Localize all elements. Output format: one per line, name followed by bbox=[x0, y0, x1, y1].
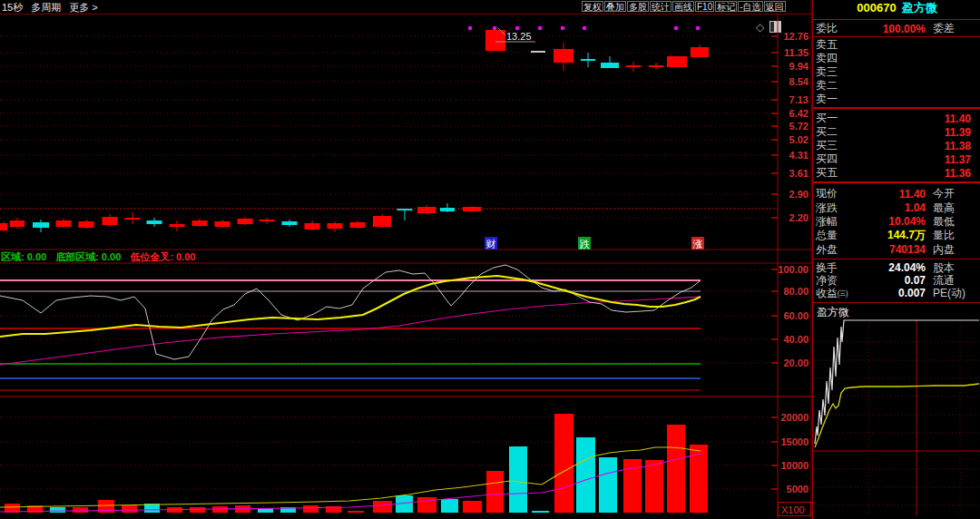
ask-list: 卖五卖四卖三卖二卖一 bbox=[813, 38, 980, 106]
ask-row-label: 卖一 bbox=[816, 92, 868, 107]
info-row: 外盘740134内盘 bbox=[813, 243, 980, 257]
svg-text:9.94: 9.94 bbox=[789, 61, 809, 72]
quote-info-block: 现价11.40今开涨跌1.04最高涨幅10.04%最低总量144.7万量比外盘7… bbox=[813, 187, 980, 257]
svg-text:5.02: 5.02 bbox=[789, 134, 808, 145]
bid-row[interactable]: 买二11.39 bbox=[813, 125, 980, 139]
info-row-label2: PE(动) bbox=[933, 286, 978, 301]
bid-row-value: 11.38 bbox=[868, 140, 978, 152]
weibi-row: 委比 100.00% 委差 bbox=[813, 22, 980, 35]
indicator-value-1: 底部区域: 0.00 bbox=[55, 251, 121, 262]
svg-text:15000: 15000 bbox=[780, 436, 808, 447]
info-row-value: 24.04% bbox=[868, 261, 933, 274]
indicator-header: 区域: 0.00底部区域: 0.00低位金叉: 0.00 bbox=[1, 250, 204, 264]
info-row: 总量144.7万量比 bbox=[813, 229, 980, 242]
ask-row[interactable]: 卖三 bbox=[813, 65, 980, 79]
bid-row-value: 11.39 bbox=[868, 126, 978, 139]
ask-row[interactable]: 卖五 bbox=[813, 38, 980, 52]
svg-text:跌: 跌 bbox=[580, 239, 591, 250]
weibi-value: 100.00% bbox=[868, 23, 933, 35]
separator bbox=[813, 302, 980, 303]
svg-text:20.00: 20.00 bbox=[783, 357, 808, 368]
svg-text:5000: 5000 bbox=[787, 484, 808, 495]
svg-text:2.20: 2.20 bbox=[789, 212, 808, 223]
bid-list: 买一11.40买二11.39买三11.38买四11.37买五11.36 bbox=[813, 112, 980, 180]
intraday-mini-chart[interactable] bbox=[812, 318, 980, 519]
info-row-value: 0.07 bbox=[868, 274, 933, 287]
ask-row[interactable]: 卖一 bbox=[813, 93, 980, 106]
svg-text:7.13: 7.13 bbox=[789, 94, 808, 105]
info-row-value: 144.7万 bbox=[868, 228, 933, 243]
svg-text:12.76: 12.76 bbox=[783, 31, 808, 42]
svg-text:2.90: 2.90 bbox=[789, 189, 808, 200]
info-row-label: 外盘 bbox=[816, 242, 868, 258]
svg-text:财: 财 bbox=[486, 239, 496, 250]
info-row: 收益㈢0.007PE(动) bbox=[813, 287, 980, 299]
trading-terminal: 15秒多周期更多 > 复权叠加多股统计画线F10标记-自选返回 ◇ 财跌涨13.… bbox=[0, 0, 980, 519]
bid-row-value: 11.40 bbox=[868, 113, 978, 125]
bid-row[interactable]: 买三11.38 bbox=[813, 139, 980, 152]
svg-text:6.42: 6.42 bbox=[789, 108, 808, 119]
svg-text:3.61: 3.61 bbox=[789, 168, 808, 179]
weicha-label: 委差 bbox=[933, 21, 978, 36]
info-row: 现价11.40今开 bbox=[813, 187, 980, 201]
info-row-label: 收益㈢ bbox=[816, 286, 868, 301]
bid-row-label: 买五 bbox=[816, 165, 868, 181]
weibi-label: 委比 bbox=[816, 21, 868, 36]
stock-code: 000670 bbox=[857, 1, 896, 15]
svg-text:20000: 20000 bbox=[780, 412, 808, 423]
svg-text:涨: 涨 bbox=[693, 239, 703, 250]
svg-text:10000: 10000 bbox=[780, 460, 808, 471]
stock-name: 盈方微 bbox=[902, 1, 937, 15]
ask-row[interactable]: 卖二 bbox=[813, 79, 980, 93]
bid-row[interactable]: 买四11.37 bbox=[813, 152, 980, 166]
stock-title: 000670盈方微 bbox=[813, 0, 980, 18]
ask-row[interactable]: 卖四 bbox=[813, 52, 980, 65]
info-row-label2: 内盘 bbox=[933, 242, 978, 258]
info-row-value: 10.04% bbox=[868, 215, 933, 228]
separator bbox=[813, 107, 980, 109]
bid-row[interactable]: 买五11.36 bbox=[813, 166, 980, 180]
svg-text:8.54: 8.54 bbox=[789, 76, 809, 87]
info-row-value: 740134 bbox=[868, 243, 933, 256]
bid-row-value: 11.36 bbox=[868, 167, 978, 180]
svg-text:100.00: 100.00 bbox=[778, 264, 808, 275]
info-row: 涨跌1.04最高 bbox=[813, 201, 980, 214]
separator bbox=[813, 181, 980, 183]
svg-text:80.00: 80.00 bbox=[783, 286, 808, 297]
svg-text:X100: X100 bbox=[781, 504, 805, 515]
separator bbox=[813, 19, 980, 20]
svg-text:11.35: 11.35 bbox=[784, 47, 808, 58]
indicator-value-2: 低位金叉: 0.00 bbox=[130, 251, 195, 262]
svg-text:13.25: 13.25 bbox=[506, 31, 532, 42]
bid-row-value: 11.37 bbox=[868, 153, 978, 166]
svg-text:60.00: 60.00 bbox=[783, 310, 808, 321]
indicator-value-0: 区域: 0.00 bbox=[1, 251, 46, 262]
svg-text:4.31: 4.31 bbox=[789, 150, 808, 161]
info-row-value: 0.007 bbox=[868, 287, 933, 299]
svg-text:5.72: 5.72 bbox=[789, 121, 808, 132]
info-row: 涨幅10.04%最低 bbox=[813, 215, 980, 229]
bid-row[interactable]: 买一11.40 bbox=[813, 112, 980, 125]
info-row-value: 11.40 bbox=[868, 188, 933, 201]
info-row-value: 1.04 bbox=[868, 201, 933, 214]
svg-text:40.00: 40.00 bbox=[783, 334, 808, 345]
fundamental-info-block: 换手24.04%股本净资0.07流通收益㈢0.007PE(动) bbox=[813, 261, 980, 299]
